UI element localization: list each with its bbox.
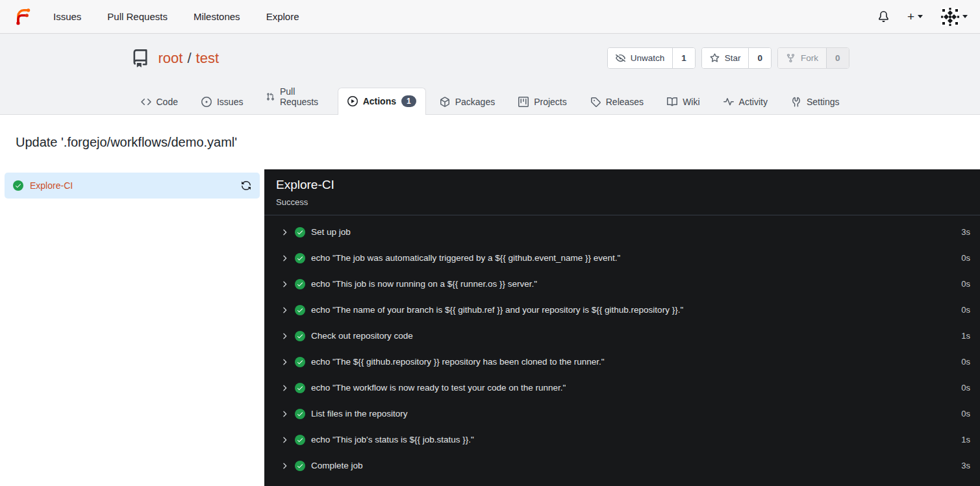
star-icon xyxy=(710,53,720,63)
tab-code[interactable]: Code xyxy=(131,89,188,114)
repo-breadcrumb: root / test xyxy=(158,50,220,67)
tab-label: Issues xyxy=(217,97,243,107)
step-row[interactable]: echo "The workflow is now ready to test … xyxy=(264,375,980,401)
job-detail-panel: Explore-CI Success Set up job 3s xyxy=(264,169,980,486)
step-row[interactable]: Check out repository code 1s xyxy=(264,323,980,349)
tab-settings[interactable]: Settings xyxy=(781,89,849,114)
repo-header: root / test Unwatch 1 Star 0 xyxy=(0,34,980,115)
tab-pull-requests[interactable]: Pull Requests xyxy=(257,79,333,114)
eye-slash-icon xyxy=(616,53,625,63)
tab-actions[interactable]: Actions 1 xyxy=(338,88,426,115)
chevron-right-icon[interactable] xyxy=(280,383,289,393)
step-name: Check out repository code xyxy=(311,331,413,341)
job-name: Explore-CI xyxy=(30,180,73,191)
git-pull-request-icon xyxy=(266,91,275,102)
refresh-job-button[interactable] xyxy=(241,180,251,191)
tab-label: Settings xyxy=(807,97,840,107)
fork-button: Fork xyxy=(778,48,826,68)
fork-label: Fork xyxy=(801,53,818,63)
step-duration: 0s xyxy=(961,357,970,367)
navbar-right: + xyxy=(878,8,968,26)
tab-label: Activity xyxy=(739,97,768,107)
nav-item-explore[interactable]: Explore xyxy=(266,11,299,22)
step-row[interactable]: echo "The job was automatically triggere… xyxy=(264,245,980,271)
star-button[interactable]: Star xyxy=(702,48,749,68)
tab-issues[interactable]: Issues xyxy=(192,89,253,114)
nav-item-milestones[interactable]: Milestones xyxy=(194,11,240,22)
tab-label: Wiki xyxy=(683,97,699,107)
tab-label: Packages xyxy=(455,97,495,107)
user-menu-dropdown[interactable] xyxy=(941,8,968,26)
forks-count: 0 xyxy=(826,48,849,68)
unwatch-button[interactable]: Unwatch xyxy=(608,48,673,68)
fork-button-group: Fork 0 xyxy=(777,47,849,69)
unwatch-button-group: Unwatch 1 xyxy=(607,47,696,69)
step-success-check-icon xyxy=(295,435,305,445)
step-row[interactable]: echo "The ${{ github.repository }} repos… xyxy=(264,349,980,375)
chevron-right-icon[interactable] xyxy=(280,435,289,444)
step-success-check-icon xyxy=(295,409,305,419)
job-detail-title: Explore-CI xyxy=(276,178,968,192)
step-name: echo "This job is now running on a ${{ r… xyxy=(311,279,537,289)
watchers-count[interactable]: 1 xyxy=(672,48,695,68)
step-row[interactable]: echo "The name of your branch is ${{ git… xyxy=(264,297,980,323)
chevron-right-icon[interactable] xyxy=(280,280,289,289)
chevron-right-icon[interactable] xyxy=(280,306,289,315)
job-success-check-icon xyxy=(13,180,23,191)
tab-releases[interactable]: Releases xyxy=(581,89,653,114)
repo-name-link[interactable]: test xyxy=(196,50,219,67)
avatar xyxy=(941,8,959,26)
package-icon xyxy=(440,97,450,107)
chevron-down-icon xyxy=(962,15,968,18)
issue-opened-icon xyxy=(201,97,212,107)
step-name: echo "The ${{ github.repository }} repos… xyxy=(311,357,605,367)
chevron-right-icon[interactable] xyxy=(280,254,289,263)
step-row[interactable]: List files in the repository 0s xyxy=(264,401,980,427)
chevron-right-icon[interactable] xyxy=(280,409,289,419)
step-duration: 0s xyxy=(961,305,970,315)
step-name: echo "The name of your branch is ${{ git… xyxy=(311,305,683,315)
tab-wiki[interactable]: Wiki xyxy=(657,89,709,114)
step-name: Complete job xyxy=(311,461,363,470)
tab-projects[interactable]: Projects xyxy=(509,89,577,114)
fork-icon xyxy=(786,53,796,63)
book-icon xyxy=(667,97,677,107)
nav-item-pull-requests[interactable]: Pull Requests xyxy=(107,11,168,22)
play-circle-icon xyxy=(347,96,358,106)
star-label: Star xyxy=(725,53,741,63)
stars-count[interactable]: 0 xyxy=(748,48,771,68)
step-duration: 0s xyxy=(961,383,970,393)
pulse-icon xyxy=(723,97,734,107)
create-new-dropdown[interactable]: + xyxy=(907,10,923,23)
tab-label: Projects xyxy=(534,97,567,107)
navbar-links: Issues Pull Requests Milestones Explore xyxy=(53,11,299,22)
step-row[interactable]: Complete job 3s xyxy=(264,453,980,479)
step-success-check-icon xyxy=(295,357,305,367)
notifications-button[interactable] xyxy=(878,11,889,22)
project-board-icon xyxy=(518,97,529,107)
chevron-right-icon[interactable] xyxy=(280,358,289,367)
chevron-right-icon[interactable] xyxy=(280,228,289,237)
repo-tabs: Code Issues Pull Requests Actions 1 Pack… xyxy=(131,79,849,114)
repo-owner-link[interactable]: root xyxy=(158,50,183,67)
sidebar-job-item-explore-ci[interactable]: Explore-CI xyxy=(5,173,260,199)
nav-item-issues[interactable]: Issues xyxy=(53,11,81,22)
code-icon xyxy=(141,97,151,107)
step-success-check-icon xyxy=(295,461,305,471)
step-row[interactable]: Set up job 3s xyxy=(264,219,980,245)
run-title: Update '.forgejo/workflows/demo.yaml' xyxy=(0,123,980,160)
step-row[interactable]: echo "This job's status is ${{ job.statu… xyxy=(264,427,980,453)
tab-label: Code xyxy=(157,97,178,107)
unwatch-label: Unwatch xyxy=(631,53,665,63)
chevron-right-icon[interactable] xyxy=(280,332,289,341)
chevron-right-icon[interactable] xyxy=(280,461,289,470)
star-button-group: Star 0 xyxy=(701,47,772,69)
step-duration: 0s xyxy=(961,409,970,419)
step-name: echo "This job's status is ${{ job.statu… xyxy=(311,435,474,444)
step-row[interactable]: echo "This job is now running on a ${{ r… xyxy=(264,271,980,297)
tab-activity[interactable]: Activity xyxy=(714,89,777,114)
tab-packages[interactable]: Packages xyxy=(430,89,505,114)
forgejo-logo[interactable] xyxy=(12,6,32,27)
sync-icon xyxy=(241,180,251,191)
step-name: echo "The job was automatically triggere… xyxy=(311,253,620,263)
